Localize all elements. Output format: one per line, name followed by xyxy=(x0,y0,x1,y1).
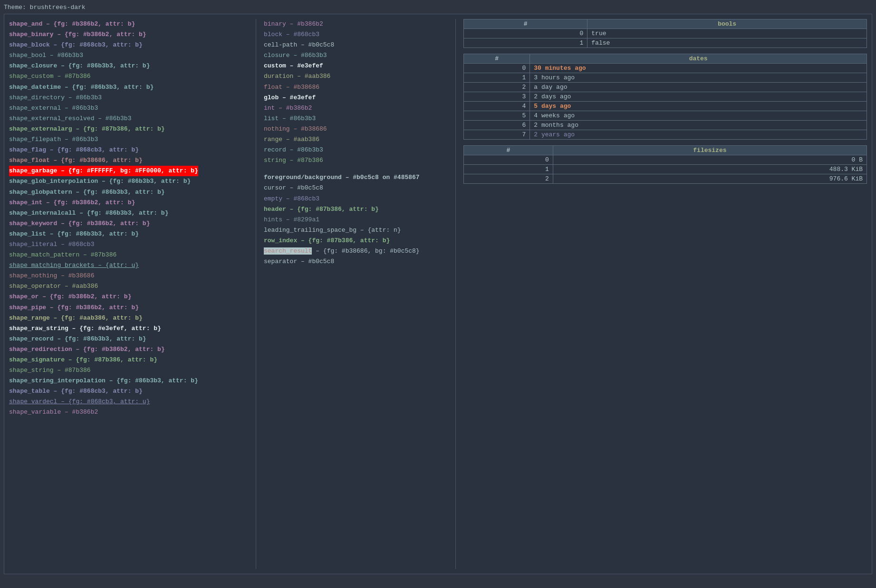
dates-row2-idx: 2 xyxy=(464,83,530,92)
line-shape_and: shape_and – {fg: #b386b2, attr: b} xyxy=(9,19,248,29)
dates-row7-val: 2 years ago xyxy=(530,130,867,140)
line-shape_garbage: shape_garbage – {fg: #FFFFFF, bg: #FF000… xyxy=(9,166,248,176)
bools-row0-idx: 0 xyxy=(464,29,587,38)
dates-row3-val: 2 days ago xyxy=(530,92,867,102)
dates-row6-val: 2 months ago xyxy=(530,121,867,130)
line-shape_flag: shape_flag – {fg: #868cb3, attr: b} xyxy=(9,145,248,155)
dates-row0-idx: 0 xyxy=(464,64,530,73)
table-row: 7 2 years ago xyxy=(464,130,867,140)
line-fg-bg: foreground/background – #b0c5c8 on #4858… xyxy=(264,172,448,183)
line-shape_globpattern: shape_globpattern – {fg: #86b3b3, attr: … xyxy=(9,187,248,198)
line-leading-trailing: leading_trailing_space_bg – {attr: n} xyxy=(264,225,448,236)
col3: # bools 0 true 1 false # dates xyxy=(456,19,867,569)
line-shape_or: shape_or – {fg: #b386b2, attr: b} xyxy=(9,292,248,302)
table-row: 1 3 hours ago xyxy=(464,73,867,83)
line-shape_match_pattern: shape_match_pattern – #87b386 xyxy=(9,250,248,260)
bools-row1-val: false xyxy=(587,38,867,48)
table-row: 2 a day ago xyxy=(464,83,867,92)
line-shape_directory: shape_directory – #86b3b3 xyxy=(9,93,248,103)
table-row: 2 976.6 KiB xyxy=(464,174,867,184)
line-shape_vardecl: shape_vardecl – {fg: #868cb3, attr: u} xyxy=(9,397,248,407)
dates-row4-idx: 4 xyxy=(464,102,530,111)
line-shape_matching_brackets: shape_matching_brackets – {attr: u} xyxy=(9,260,248,271)
filesizes-row0-idx: 0 xyxy=(464,155,553,165)
line-shape_record: shape_record – {fg: #86b3b3, attr: b} xyxy=(9,334,248,344)
col2: binary – #b386b2 block – #868cb3 cell-pa… xyxy=(256,19,456,569)
line-shape_list: shape_list – {fg: #86b3b3, attr: b} xyxy=(9,229,248,239)
line-block: block – #868cb3 xyxy=(264,29,448,40)
line-record: record – #86b3b3 xyxy=(264,145,448,155)
line-shape_keyword: shape_keyword – {fg: #b386b2, attr: b} xyxy=(9,218,248,229)
line-shape_binary: shape_binary – {fg: #b386b2, attr: b} xyxy=(9,29,248,40)
table-row: 1 false xyxy=(464,38,867,48)
filesizes-col-hash: # xyxy=(464,146,553,155)
dates-row2-val: a day ago xyxy=(530,83,867,92)
line-shape_redirection: shape_redirection – {fg: #b386b2, attr: … xyxy=(9,344,248,355)
line-shape_range: shape_range – {fg: #aab386, attr: b} xyxy=(9,313,248,323)
filesizes-row0-val: 0 B xyxy=(553,155,866,165)
line-header: header – {fg: #87b386, attr: b} xyxy=(264,204,448,215)
line-hints: hints – #8299a1 xyxy=(264,215,448,225)
line-shape_nothing: shape_nothing – #b38686 xyxy=(9,271,248,281)
line-shape_variable: shape_variable – #b386b2 xyxy=(9,407,248,417)
theme-label: Theme: brushtrees-dark xyxy=(4,4,872,11)
line-shape_internalcall: shape_internalcall – {fg: #86b3b3, attr:… xyxy=(9,208,248,218)
line-shape_string: shape_string – #87b386 xyxy=(9,365,248,376)
line-cursor: cursor – #b0c5c8 xyxy=(264,183,448,193)
line-search-result: search_result – {fg: #b38686, bg: #b0c5c… xyxy=(264,246,448,256)
line-separator: separator – #b0c5c8 xyxy=(264,256,448,267)
line-shape_block: shape_block – {fg: #868cb3, attr: b} xyxy=(9,40,248,50)
line-int: int – #b386b2 xyxy=(264,103,448,114)
table-row: 4 5 days ago xyxy=(464,102,867,111)
line-nothing: nothing – #b38686 xyxy=(264,124,448,134)
bools-row0-val: true xyxy=(587,29,867,38)
line-glob: glob – #e3efef xyxy=(264,93,448,103)
bools-table: # bools 0 true 1 false xyxy=(463,19,867,48)
filesizes-row2-val: 976.6 KiB xyxy=(553,174,866,184)
line-shape_glob_interpolation: shape_glob_interpolation – {fg: #86b3b3,… xyxy=(9,176,248,187)
line-shape_raw_string: shape_raw_string – {fg: #e3efef, attr: b… xyxy=(9,323,248,334)
dates-table: # dates 0 30 minutes ago 1 3 hours ago 2… xyxy=(463,54,867,140)
filesizes-table: # filesizes 0 0 B 1 488.3 KiB 2 976.6 Ki… xyxy=(463,145,867,184)
table-row: 0 0 B xyxy=(464,155,867,165)
bools-col-bools: bools xyxy=(587,19,867,29)
line-shape_literal: shape_literal – #868cb3 xyxy=(9,239,248,250)
main-container: shape_and – {fg: #b386b2, attr: b} shape… xyxy=(4,14,872,574)
line-shape_float: shape_float – {fg: #b38686, attr: b} xyxy=(9,155,248,166)
line-shape_operator: shape_operator – #aab386 xyxy=(9,281,248,292)
table-row: 3 2 days ago xyxy=(464,92,867,102)
table-row: 0 30 minutes ago xyxy=(464,64,867,73)
dates-col-hash: # xyxy=(464,54,530,64)
table-row: 1 488.3 KiB xyxy=(464,165,867,174)
dates-row5-val: 4 weeks ago xyxy=(530,111,867,121)
line-shape_string_interpolation: shape_string_interpolation – {fg: #86b3b… xyxy=(9,376,248,386)
dates-row1-val: 3 hours ago xyxy=(530,73,867,83)
line-cell-path: cell-path – #b0c5c8 xyxy=(264,40,448,50)
line-shape_externalarg: shape_externalarg – {fg: #87b386, attr: … xyxy=(9,124,248,134)
table-row: 0 true xyxy=(464,29,867,38)
table-row: 6 2 months ago xyxy=(464,121,867,130)
dates-row1-idx: 1 xyxy=(464,73,530,83)
line-shape_external: shape_external – #86b3b3 xyxy=(9,103,248,114)
line-list: list – #86b3b3 xyxy=(264,114,448,124)
line-shape_pipe: shape_pipe – {fg: #b386b2, attr: b} xyxy=(9,303,248,313)
filesizes-row2-idx: 2 xyxy=(464,174,553,184)
col1: shape_and – {fg: #b386b2, attr: b} shape… xyxy=(9,19,256,569)
line-shape_datetime: shape_datetime – {fg: #86b3b3, attr: b} xyxy=(9,82,248,93)
line-float: float – #b38686 xyxy=(264,82,448,93)
line-range: range – #aab386 xyxy=(264,134,448,145)
line-duration: duration – #aab386 xyxy=(264,71,448,82)
line-row-index: row_index – {fg: #87b386, attr: b} xyxy=(264,236,448,246)
line-shape_bool: shape_bool – #86b3b3 xyxy=(9,50,248,61)
line-shape_custom: shape_custom – #87b386 xyxy=(9,71,248,82)
dates-row4-val: 5 days ago xyxy=(530,102,867,111)
line-shape_signature: shape_signature – {fg: #87b386, attr: b} xyxy=(9,355,248,365)
line-custom: custom – #e3efef xyxy=(264,61,448,71)
bools-row1-idx: 1 xyxy=(464,38,587,48)
line-string: string – #87b386 xyxy=(264,155,448,166)
dates-row5-idx: 5 xyxy=(464,111,530,121)
line-shape_closure: shape_closure – {fg: #86b3b3, attr: b} xyxy=(9,61,248,71)
line-shape_table: shape_table – {fg: #868cb3, attr: b} xyxy=(9,386,248,397)
line-empty: empty – #868cb3 xyxy=(264,194,448,204)
line-binary: binary – #b386b2 xyxy=(264,19,448,29)
